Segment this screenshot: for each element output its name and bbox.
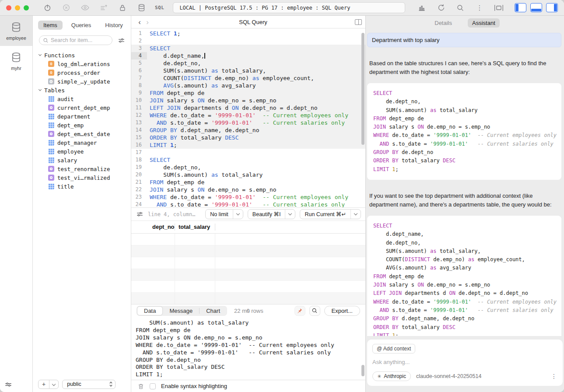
table-row[interactable] <box>131 293 365 304</box>
editor-line-6[interactable]: 6 SUM(s.amount) as total_salary, <box>131 67 365 74</box>
trash-icon[interactable] <box>137 383 144 390</box>
query-settings-sliders-icon[interactable] <box>136 209 144 220</box>
tree-item-test_renormalize[interactable]: test_renormalize <box>39 164 131 173</box>
pin-results-button[interactable] <box>294 306 305 316</box>
composer-more-options-icon[interactable]: ⋮ <box>551 373 557 380</box>
schema-select[interactable]: public <box>62 380 116 389</box>
forward-button[interactable]: › <box>144 18 151 26</box>
editor-line-1[interactable]: 1SELECT 1; <box>131 30 365 37</box>
editor-line-19[interactable]: 19 de.dept_no, <box>131 164 365 171</box>
editor-line-5[interactable]: 5 de.dept_no, <box>131 60 365 67</box>
editor-line-8[interactable]: 8 AVG(s.amount) as avg_salary <box>131 82 365 89</box>
zoom-window-button[interactable] <box>24 5 29 10</box>
tree-item-department[interactable]: department <box>39 112 131 121</box>
tree-item-dept_emp[interactable]: dept_emp <box>39 121 131 130</box>
tree-item-log_dmlerations[interactable]: 0log_dml…erations <box>39 60 131 68</box>
close-window-button[interactable] <box>6 5 11 10</box>
editor-line-3[interactable]: 3SELECT <box>131 45 365 52</box>
editor-line-15[interactable]: 15ORDER BY total_salary DESC <box>131 134 365 141</box>
editor-line-11[interactable]: 11LEFT JOIN departments d ON de.dept_no … <box>131 104 365 112</box>
editor-line-4[interactable]: 4 d.dept_name, <box>131 52 365 60</box>
tab-data[interactable]: Data <box>137 306 163 315</box>
tab-message[interactable]: Message <box>163 307 199 315</box>
editor-scrollbar[interactable] <box>361 33 364 145</box>
tab-assistant[interactable]: Assistant <box>468 18 500 28</box>
editor-line-14[interactable]: 14GROUP BY d.dept_name, de.dept_no <box>131 126 365 134</box>
item-search-input[interactable]: Search for item... <box>39 35 112 45</box>
structure-export-icon[interactable] <box>98 3 109 13</box>
editor-line-18[interactable]: 18SELECT <box>131 156 365 164</box>
assistant-composer[interactable]: @ Add context Ask anything... ✳ Anthropi… <box>367 340 563 386</box>
tab-items[interactable]: Items <box>38 21 63 30</box>
table-row[interactable] <box>131 257 365 269</box>
editor-line-24[interactable]: 24 AND s.to_date = '9999-01-01' -- Curre… <box>131 201 365 207</box>
column-header-dept_no[interactable]: dept_no <box>149 224 175 231</box>
preview-eye-icon[interactable] <box>80 3 90 13</box>
beautify-button[interactable]: Beautify ⌘I <box>248 209 296 219</box>
toggle-right-panel-button[interactable] <box>546 3 558 12</box>
table-row[interactable] <box>131 269 365 281</box>
tree-item-dept_emest_date[interactable]: dept_em…est_date <box>39 130 131 138</box>
editor-line-2[interactable]: 2 <box>131 37 365 45</box>
tree-item-current_dept_emp[interactable]: current_dept_emp <box>39 103 131 112</box>
editor-line-23[interactable]: 23WHERE de.to_date = '9999-01-01' -- Cur… <box>131 193 365 201</box>
syntax-highlighting-checkbox[interactable] <box>150 383 156 389</box>
run-current-button[interactable]: Run Current ⌘↵ <box>300 209 361 219</box>
tree-item-process_order[interactable]: 0process_order <box>39 68 131 77</box>
tab-chart[interactable]: Chart <box>200 307 227 315</box>
toggle-left-panel-button[interactable] <box>515 3 526 12</box>
table-row[interactable] <box>131 281 365 293</box>
editor-line-22[interactable]: 22JOIN salary s ON de.emp_no = s.emp_no <box>131 186 365 193</box>
editor-line-9[interactable]: 9FROM dept_emp de <box>131 89 365 97</box>
editor-line-16[interactable]: 16LIMIT 1; <box>131 141 365 149</box>
back-button[interactable]: ‹ <box>136 18 144 26</box>
provider-selector[interactable]: ✳ Anthropic <box>372 371 411 381</box>
editor-line-20[interactable]: 20 SUM(s.amount) as total_salary <box>131 171 365 178</box>
composer-input[interactable]: Ask anything... <box>372 359 557 365</box>
disconnect-icon[interactable] <box>61 3 71 13</box>
app-settings-sliders-icon[interactable] <box>4 381 12 388</box>
editor-tab-title[interactable]: SQL Query <box>151 19 355 25</box>
editor-line-17[interactable]: 17 <box>131 149 365 156</box>
export-button[interactable]: Export... <box>324 306 360 316</box>
assistant-code-block[interactable]: SELECT d.dept_name, de.dept_no, SUM(s.am… <box>367 216 561 336</box>
tree-group-tables[interactable]: Tables <box>39 86 131 94</box>
assistant-conversation[interactable]: Department with top salary Based on the … <box>366 30 564 336</box>
column-header-total_salary[interactable]: total_salary <box>175 224 215 231</box>
editor-line-21[interactable]: 21FROM dept_emp de <box>131 178 365 186</box>
assistant-code-block[interactable]: SELECT de.dept_no, SUM(s.amount) as tota… <box>367 83 561 180</box>
minimize-window-button[interactable] <box>15 5 20 10</box>
tree-item-title[interactable]: title <box>39 182 131 191</box>
table-row[interactable] <box>131 245 365 257</box>
add-context-button[interactable]: @ Add context <box>372 344 415 354</box>
editor-line-10[interactable]: 10JOIN salary s ON de.emp_no = s.emp_no <box>131 97 365 104</box>
tree-item-dept_manager[interactable]: dept_manager <box>39 138 131 147</box>
tab-queries[interactable]: Queries <box>66 21 97 30</box>
results-grid[interactable]: dept_nototal_salary <box>131 220 365 304</box>
split-editor-icon[interactable] <box>355 19 362 25</box>
toggle-bottom-panel-button[interactable] <box>530 3 542 12</box>
tree-item-test_virmalized[interactable]: test_vi…rmalized <box>39 173 131 182</box>
lock-icon[interactable] <box>117 3 128 13</box>
connection-myhr[interactable]: myhr <box>0 46 32 76</box>
editor-line-12[interactable]: 12WHERE de.to_date = '9999-01-01' -- Cur… <box>131 112 365 119</box>
add-item-button[interactable]: + <box>38 380 59 389</box>
editor-line-7[interactable]: 7 COUNT(DISTINCT de.emp_no) as employee_… <box>131 74 365 82</box>
more-options-icon[interactable]: ⋮ <box>474 3 485 13</box>
message-panel-scrollbar[interactable] <box>361 365 364 376</box>
connect-icon[interactable] <box>42 3 53 13</box>
tab-history[interactable]: History <box>100 21 128 30</box>
tree-group-functions[interactable]: Functions <box>39 51 131 60</box>
tree-item-simple_y_update[interactable]: ⚙simple_…y_update <box>39 77 131 86</box>
sql-editor[interactable]: 1SELECT 1;23SELECT4 d.dept_name,5 de.dep… <box>131 28 365 207</box>
chart-icon[interactable] <box>417 3 427 13</box>
search-icon[interactable] <box>455 3 466 13</box>
tab-details[interactable]: Details <box>430 18 456 28</box>
editor-line-13[interactable]: 13 AND s.to_date = '9999-01-01' -- Curre… <box>131 119 365 126</box>
row-limit-dropdown[interactable]: No limit <box>205 209 243 219</box>
database-icon[interactable] <box>136 3 147 13</box>
search-results-button[interactable] <box>309 306 320 316</box>
tree-item-audit[interactable]: audit <box>39 94 131 103</box>
message-log-panel[interactable]: SUM(s.amount) as total_salaryFROM dept_e… <box>131 317 365 380</box>
refresh-icon[interactable] <box>436 3 446 13</box>
